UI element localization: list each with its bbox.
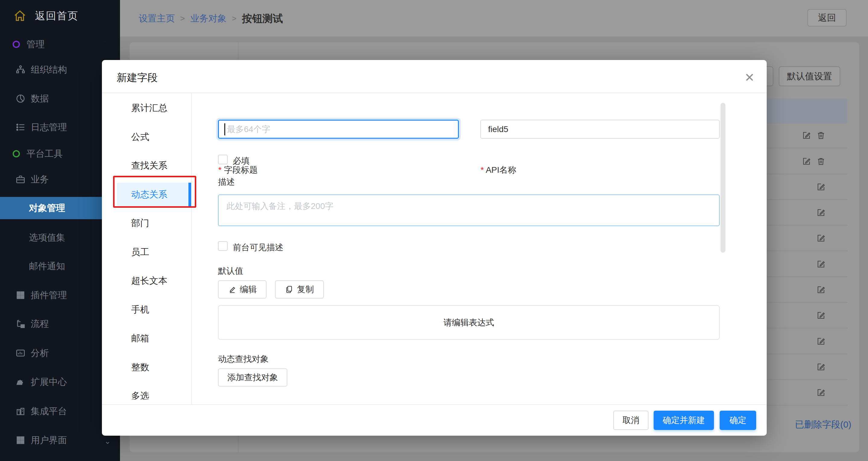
pie-icon bbox=[14, 93, 27, 104]
front-visible-checkbox[interactable] bbox=[218, 241, 228, 251]
edit-icon[interactable] bbox=[816, 362, 826, 371]
tab-6[interactable]: 员工 bbox=[102, 238, 191, 267]
grid-icon bbox=[14, 435, 27, 445]
tab-label: 公式 bbox=[131, 131, 149, 143]
edit-icon[interactable] bbox=[816, 208, 826, 217]
text-caret bbox=[224, 123, 225, 135]
back-button[interactable]: 返回 bbox=[807, 9, 846, 27]
home-icon bbox=[13, 9, 27, 23]
sidebar-item-home[interactable]: 返回首页 bbox=[0, 5, 120, 27]
ring-green-icon bbox=[10, 150, 22, 157]
edit-icon[interactable] bbox=[802, 131, 811, 140]
sidebar-item-label: 业务 bbox=[31, 173, 49, 186]
add-lookup-object-button[interactable]: 添加查找对象 bbox=[218, 368, 287, 387]
tabs-divider bbox=[191, 93, 192, 404]
tab-label: 查找关系 bbox=[131, 159, 167, 172]
pencil-icon bbox=[228, 285, 236, 294]
tab-11[interactable]: 多选 bbox=[102, 382, 191, 399]
tab-label: 整数 bbox=[131, 361, 149, 374]
sidebar-item-label: 邮件通知 bbox=[29, 260, 65, 273]
tab-label: 手机 bbox=[131, 304, 149, 316]
puzzle-icon bbox=[14, 377, 27, 387]
field-title-input[interactable]: 最多64个字 bbox=[218, 120, 459, 139]
tab-10[interactable]: 整数 bbox=[102, 353, 191, 382]
tab-2[interactable]: 公式 bbox=[102, 123, 191, 152]
ring-purple-icon bbox=[10, 41, 22, 48]
sidebar-item-label: 流程 bbox=[31, 318, 49, 330]
sidebar-item-label: 用户界面 bbox=[31, 434, 67, 447]
modal-header-divider bbox=[102, 93, 767, 93]
breadcrumb-separator-icon: > bbox=[180, 14, 185, 23]
briefcase-icon bbox=[14, 174, 27, 185]
api-name-input[interactable]: field5 bbox=[480, 120, 720, 139]
edit-button-label: 编辑 bbox=[240, 284, 257, 295]
default-value-label: 默认值 bbox=[218, 265, 243, 277]
front-visible-label: 前台可见描述 bbox=[233, 242, 283, 253]
grid-icon bbox=[14, 290, 27, 300]
modal-footer-divider bbox=[102, 404, 767, 405]
edit-icon[interactable] bbox=[816, 311, 826, 320]
field-type-tab-list: 累计汇总公式查找关系动态关系部门员工超长文本手机邮箱整数多选 bbox=[102, 94, 191, 399]
sidebar-item-1[interactable]: 管理 bbox=[0, 33, 120, 56]
description-label: 描述 bbox=[218, 176, 235, 188]
description-placeholder: 此处可输入备注，最多200字 bbox=[226, 201, 334, 212]
close-icon[interactable]: ✕ bbox=[741, 68, 758, 87]
expression-editor-box[interactable]: 请编辑表达式 bbox=[218, 305, 720, 340]
tab-label: 多选 bbox=[131, 390, 149, 399]
edit-icon[interactable] bbox=[816, 388, 826, 397]
sidebar-item-label: 平台工具 bbox=[27, 148, 63, 160]
default-value-settings-button[interactable]: 默认值设置 bbox=[779, 66, 840, 86]
required-checkbox[interactable] bbox=[218, 155, 228, 164]
confirm-and-new-button[interactable]: 确定并新建 bbox=[654, 411, 714, 430]
trash-icon[interactable] bbox=[816, 131, 826, 140]
tab-1[interactable]: 累计汇总 bbox=[102, 94, 191, 123]
modal-title: 新建字段 bbox=[117, 71, 158, 85]
org-icon bbox=[14, 64, 27, 75]
edit-icon[interactable] bbox=[816, 337, 826, 346]
modal-scrollbar[interactable] bbox=[720, 103, 725, 253]
required-label: 必填 bbox=[233, 155, 250, 167]
tab-9[interactable]: 邮箱 bbox=[102, 324, 191, 353]
tab-label: 部门 bbox=[131, 217, 149, 229]
copy-icon bbox=[285, 285, 293, 294]
new-field-modal: 新建字段 ✕ 累计汇总公式查找关系动态关系部门员工超长文本手机邮箱整数多选 字段… bbox=[102, 60, 767, 436]
breadcrumb: 设置主页 > 业务对象 > 按钮测试 bbox=[139, 0, 283, 37]
sidebar-item-label: 日志管理 bbox=[31, 121, 67, 133]
edit-icon[interactable] bbox=[802, 157, 811, 166]
edit-icon[interactable] bbox=[816, 234, 826, 243]
edit-icon[interactable] bbox=[816, 259, 826, 269]
list-icon bbox=[14, 122, 27, 132]
deleted-fields-link[interactable]: 已删除字段(0) bbox=[795, 419, 851, 431]
sidebar-item-label: 管理 bbox=[27, 38, 44, 51]
top-bar: 设置主页 > 业务对象 > 按钮测试 返回 bbox=[120, 0, 868, 37]
tab-8[interactable]: 手机 bbox=[102, 296, 191, 325]
breadcrumb-settings-home[interactable]: 设置主页 bbox=[139, 12, 175, 25]
cancel-button[interactable]: 取消 bbox=[613, 411, 649, 430]
sidebar-item-label: 组织结构 bbox=[31, 64, 67, 76]
chevron-down-icon[interactable]: ⌄ bbox=[104, 437, 111, 446]
edit-expression-button[interactable]: 编辑 bbox=[218, 280, 267, 299]
api-name-label: API名称 bbox=[480, 164, 516, 176]
breadcrumb-separator-icon: > bbox=[232, 14, 236, 23]
trash-icon[interactable] bbox=[816, 157, 826, 166]
copy-expression-button[interactable]: 复制 bbox=[275, 280, 324, 299]
sidebar-item-label: 数据 bbox=[31, 93, 49, 105]
sidebar-item-label: 插件管理 bbox=[31, 289, 67, 302]
tab-label: 超长文本 bbox=[131, 275, 167, 287]
sidebar-item-label: 对象管理 bbox=[29, 202, 65, 214]
breadcrumb-business-object[interactable]: 业务对象 bbox=[190, 12, 226, 25]
confirm-button[interactable]: 确定 bbox=[720, 411, 756, 430]
tab-5[interactable]: 部门 bbox=[102, 209, 191, 238]
annotation-highlight-box bbox=[113, 176, 196, 208]
field-title-placeholder: 最多64个字 bbox=[227, 124, 270, 135]
dynamic-lookup-label: 动态查找对象 bbox=[218, 354, 269, 365]
description-textarea[interactable]: 此处可输入备注，最多200字 bbox=[218, 194, 720, 226]
tab-label: 邮箱 bbox=[131, 332, 149, 345]
tab-7[interactable]: 超长文本 bbox=[102, 267, 191, 296]
page-title: 按钮测试 bbox=[242, 12, 283, 26]
sidebar-item-label: 分析 bbox=[31, 347, 49, 359]
copy-button-label: 复制 bbox=[297, 284, 314, 295]
edit-icon[interactable] bbox=[816, 285, 826, 294]
tab-label: 员工 bbox=[131, 246, 149, 258]
edit-icon[interactable] bbox=[816, 182, 826, 191]
